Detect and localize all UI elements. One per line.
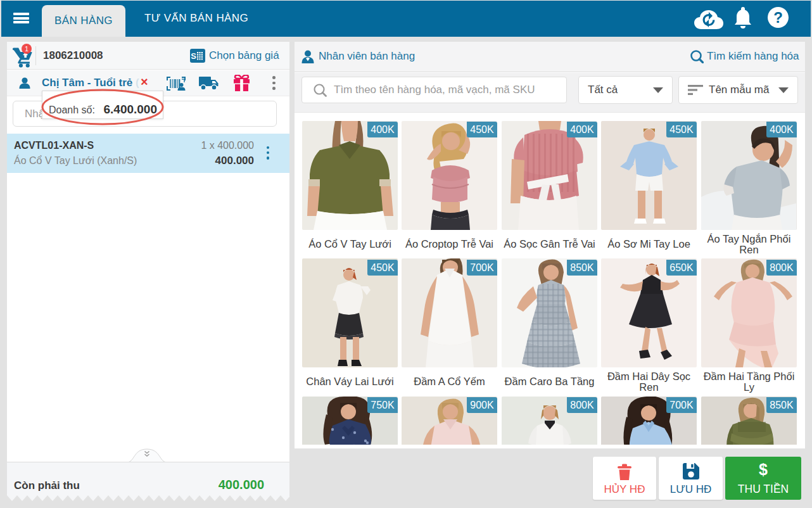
svg-text:S: S (191, 51, 196, 61)
